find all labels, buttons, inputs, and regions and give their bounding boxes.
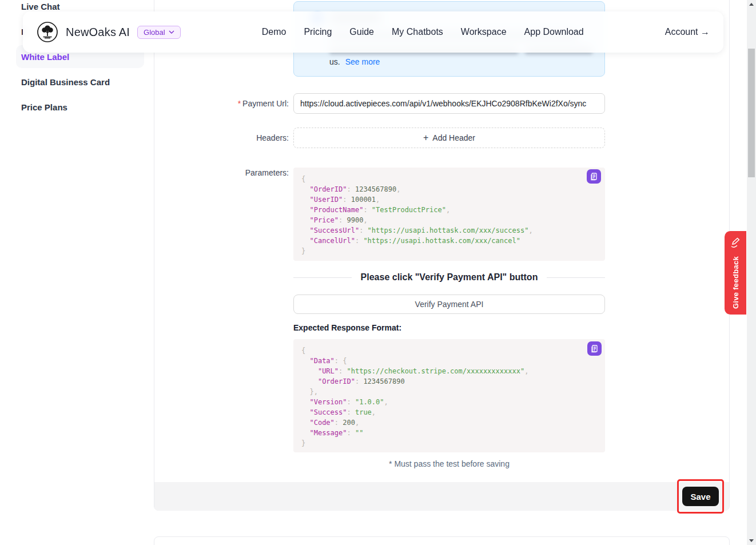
- region-selector[interactable]: Global: [137, 26, 181, 39]
- divider-line-right: [547, 277, 605, 278]
- reminder-tail-word: us.: [329, 57, 340, 66]
- see-more-link[interactable]: See more: [345, 57, 380, 66]
- brand-name: NewOaks AI: [66, 26, 130, 39]
- copy-parameters-button[interactable]: [587, 169, 601, 184]
- nav-link-app-download[interactable]: App Download: [524, 27, 584, 37]
- card-footer: [154, 482, 729, 511]
- sidebar-item-price-plans[interactable]: Price Plans: [21, 102, 67, 112]
- divider-text: Please click "Verify Payment API" button: [352, 272, 547, 283]
- plus-icon: +: [423, 133, 428, 142]
- nav-link-pricing[interactable]: Pricing: [304, 27, 332, 37]
- give-feedback-tab[interactable]: Give feedback: [725, 231, 746, 315]
- parameters-label: Parameters:: [154, 168, 289, 177]
- expected-response-code-block: { "Data": { "URL": "https://checkout.str…: [293, 339, 605, 452]
- expected-response-format-label: Expected Response Format:: [293, 323, 401, 332]
- payment-url-label: *Payment Url:: [154, 99, 289, 108]
- scroll-up-arrow-icon[interactable]: [749, 3, 754, 6]
- nav-link-demo[interactable]: Demo: [262, 27, 287, 37]
- arrow-right-icon: →: [701, 27, 710, 37]
- brand-area: NewOaks AI Global: [37, 21, 181, 43]
- sidebar-item-digital-business-card[interactable]: Digital Business Card: [21, 77, 110, 87]
- parameters-code-block: { "OrderID": 1234567890, "UserID": 10000…: [293, 168, 605, 261]
- top-navbar: NewOaks AI Global Demo Pricing Guide My …: [23, 11, 723, 53]
- nav-links: Demo Pricing Guide My Chatbots Workspace…: [181, 27, 665, 37]
- copy-icon: [590, 172, 598, 181]
- must-pass-note: * Must pass the test before saving: [293, 459, 605, 468]
- copy-icon: [590, 344, 599, 353]
- next-section-card: [154, 536, 730, 545]
- reminder-tail-text: us.See more: [329, 57, 380, 66]
- required-asterisk: *: [238, 99, 241, 108]
- nav-link-workspace[interactable]: Workspace: [461, 27, 507, 37]
- page-scrollbar[interactable]: [747, 0, 756, 545]
- newoaks-logo: [37, 21, 58, 43]
- nav-link-guide[interactable]: Guide: [349, 27, 374, 37]
- chevron-down-icon: [169, 30, 174, 34]
- nav-link-my-chatbots[interactable]: My Chatbots: [392, 27, 443, 37]
- scrollbar-thumb[interactable]: [748, 49, 755, 177]
- give-feedback-label: Give feedback: [731, 256, 740, 309]
- account-link[interactable]: Account →: [665, 27, 710, 37]
- sidebar-item-white-label[interactable]: White Label: [21, 52, 69, 62]
- save-button[interactable]: Save: [682, 487, 719, 506]
- scroll-down-arrow-icon[interactable]: [749, 539, 754, 542]
- verify-payment-api-button[interactable]: Verify Payment API: [293, 295, 605, 314]
- payment-url-input[interactable]: [293, 93, 605, 114]
- divider-line-left: [293, 277, 352, 278]
- pencil-icon: [730, 237, 741, 249]
- headers-label: Headers:: [154, 133, 289, 142]
- page: Live Chat In White Label Digital Busines…: [0, 0, 756, 545]
- instruction-divider: Please click "Verify Payment API" button: [293, 272, 605, 283]
- add-header-button[interactable]: + Add Header: [293, 128, 605, 148]
- sidebar-item-live-chat[interactable]: Live Chat: [21, 2, 60, 11]
- copy-response-button[interactable]: [587, 341, 602, 356]
